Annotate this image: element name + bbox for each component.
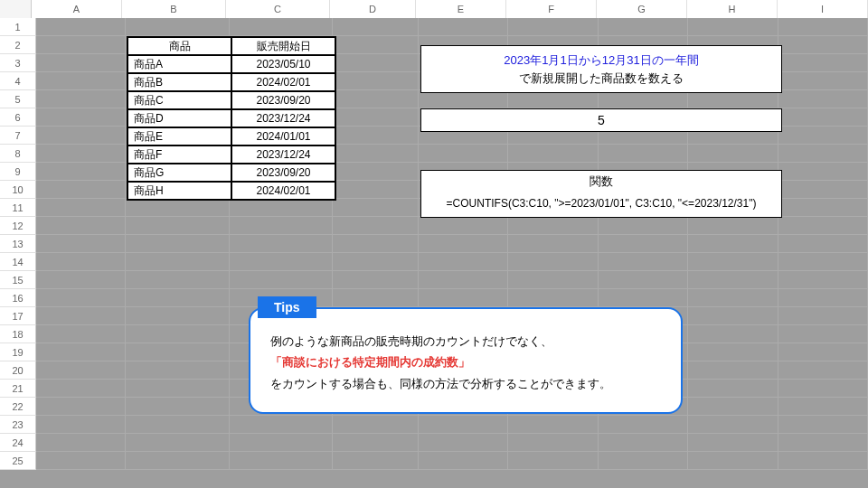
row-header-21[interactable]: 21 — [0, 380, 36, 398]
tips-container: Tips 例のような新商品の販売時期のカウントだけでなく、 「商談における特定期… — [249, 307, 683, 414]
row-header-1[interactable]: 1 — [0, 18, 36, 36]
table-row: 商品A2023/05/10 — [127, 55, 335, 73]
product-name: 商品G — [127, 164, 231, 182]
row-header-17[interactable]: 17 — [0, 307, 36, 325]
function-formula: =COUNTIFS(C3:C10, ">=2023/01/01", C3:C10… — [420, 190, 782, 218]
product-table: 商品 販売開始日 商品A2023/05/10商品B2024/02/01商品C20… — [127, 36, 336, 201]
row-header-25[interactable]: 25 — [0, 452, 36, 470]
product-name: 商品A — [127, 55, 231, 73]
product-name: 商品C — [127, 91, 231, 109]
column-header-E[interactable]: E — [416, 0, 506, 18]
tips-line3: をカウントする場合も、同様の方法で分析することができます。 — [270, 377, 611, 390]
row-header-15[interactable]: 15 — [0, 271, 36, 289]
table-row: 商品E2024/01/01 — [127, 127, 335, 145]
row-header-8[interactable]: 8 — [0, 145, 36, 163]
table-row: 商品B2024/02/01 — [127, 73, 335, 91]
count-result: 5 — [420, 108, 782, 132]
row-headers: 1234567891011121314151617181920212223242… — [0, 18, 36, 470]
row-header-6[interactable]: 6 — [0, 108, 36, 127]
row-header-19[interactable]: 19 — [0, 343, 36, 361]
column-header-D[interactable]: D — [330, 0, 416, 18]
product-date: 2023/12/24 — [231, 145, 335, 164]
tips-box: 例のような新商品の販売時期のカウントだけでなく、 「商談における特定期間内の成約… — [249, 307, 683, 414]
row-header-2[interactable]: 2 — [0, 36, 36, 54]
row-header-3[interactable]: 3 — [0, 54, 36, 72]
table-row: 商品H2024/02/01 — [127, 182, 335, 200]
table-row: 商品C2023/09/20 — [127, 91, 335, 109]
row-header-10[interactable]: 10 — [0, 181, 36, 199]
row-header-16[interactable]: 16 — [0, 289, 36, 307]
product-date: 2024/02/01 — [231, 182, 335, 200]
tips-line1: 例のような新商品の販売時期のカウントだけでなく、 — [270, 334, 552, 348]
row-header-14[interactable]: 14 — [0, 253, 36, 271]
tips-badge: Tips — [258, 296, 316, 318]
row-header-11[interactable]: 11 — [0, 199, 36, 217]
info-line2: で新規展開した商品数を数える — [519, 71, 684, 85]
table-row: 商品F2023/12/24 — [127, 145, 335, 164]
row-header-7[interactable]: 7 — [0, 127, 36, 145]
column-header-A[interactable]: A — [32, 0, 122, 18]
row-header-23[interactable]: 23 — [0, 416, 36, 434]
product-name: 商品B — [127, 73, 231, 91]
column-header-H[interactable]: H — [687, 0, 778, 18]
row-header-24[interactable]: 24 — [0, 434, 36, 452]
column-headers: ABCDEFGHI — [0, 0, 868, 18]
row-header-4[interactable]: 4 — [0, 72, 36, 90]
spreadsheet: ABCDEFGHI 123456789101112131415161718192… — [0, 0, 868, 488]
product-date: 2023/09/20 — [231, 164, 335, 182]
row-header-5[interactable]: 5 — [0, 90, 36, 108]
info-highlight: 2023年1月1日から12月31日の一年間 — [504, 53, 698, 67]
product-date: 2023/12/24 — [231, 109, 335, 127]
product-date: 2024/01/01 — [231, 127, 335, 145]
product-name: 商品E — [127, 127, 231, 145]
product-name: 商品H — [127, 182, 231, 200]
row-header-12[interactable]: 12 — [0, 217, 36, 235]
info-box: 2023年1月1日から12月31日の一年間 で新規展開した商品数を数える — [420, 45, 782, 93]
table-row: 商品D2023/12/24 — [127, 109, 335, 127]
column-header-G[interactable]: G — [597, 0, 687, 18]
product-name: 商品F — [127, 145, 231, 164]
column-header-C[interactable]: C — [226, 0, 330, 18]
table-header-product: 商品 — [127, 37, 231, 55]
column-header-B[interactable]: B — [122, 0, 226, 18]
product-date: 2023/05/10 — [231, 55, 335, 73]
row-header-20[interactable]: 20 — [0, 361, 36, 380]
column-header-I[interactable]: I — [778, 0, 868, 18]
row-header-9[interactable]: 9 — [0, 163, 36, 181]
corner-cell[interactable] — [0, 0, 32, 18]
row-header-13[interactable]: 13 — [0, 235, 36, 253]
product-date: 2024/02/01 — [231, 73, 335, 91]
tips-highlight: 「商談における特定期間内の成約数」 — [270, 355, 470, 369]
table-header-date: 販売開始日 — [231, 37, 335, 55]
product-date: 2023/09/20 — [231, 91, 335, 109]
product-name: 商品D — [127, 109, 231, 127]
row-header-22[interactable]: 22 — [0, 398, 36, 416]
table-row: 商品G2023/09/20 — [127, 164, 335, 182]
row-header-18[interactable]: 18 — [0, 325, 36, 343]
column-header-F[interactable]: F — [506, 0, 597, 18]
